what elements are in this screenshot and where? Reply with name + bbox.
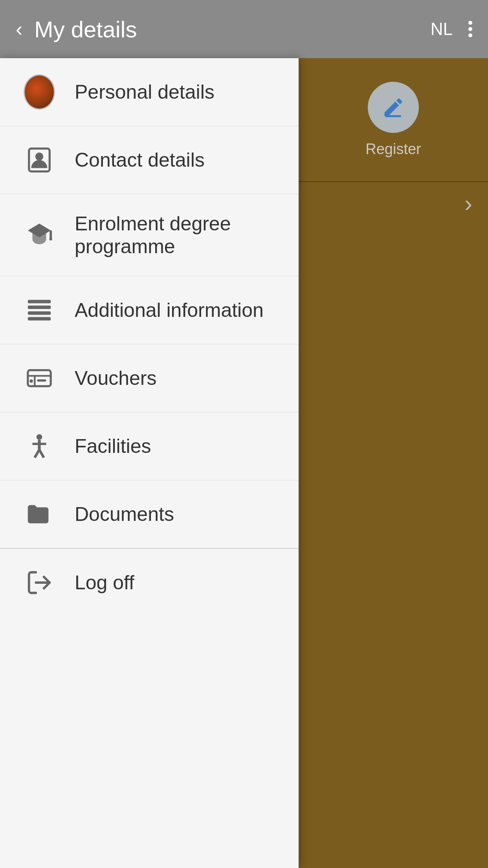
menu-label-vouchers: Vouchers xyxy=(75,367,156,390)
graduation-icon xyxy=(24,219,55,251)
page-title: My details xyxy=(34,16,430,42)
contact-icon xyxy=(24,144,55,176)
language-selector[interactable]: NL xyxy=(431,19,453,39)
svg-rect-8 xyxy=(28,317,51,321)
svg-rect-5 xyxy=(28,300,51,303)
list-icon xyxy=(24,294,55,326)
header-right: NL xyxy=(431,19,472,39)
sidebar-item-personal-details[interactable]: Personal details xyxy=(0,58,299,126)
sidebar-item-documents[interactable]: Documents xyxy=(0,480,299,548)
back-button[interactable]: ‹ xyxy=(16,19,22,39)
sidebar-item-vouchers[interactable]: Vouchers xyxy=(0,344,299,412)
chevron-right-icon[interactable]: › xyxy=(464,190,472,217)
header: ‹ My details NL xyxy=(0,0,488,58)
voucher-icon xyxy=(24,362,55,394)
logout-icon xyxy=(24,567,55,598)
sidebar-item-enrolment-degree-programme[interactable]: Enrolment degree programme xyxy=(0,194,299,276)
menu-label-facilities: Facilities xyxy=(75,435,151,458)
menu-label-documents: Documents xyxy=(75,503,174,526)
menu-label-additional-information: Additional information xyxy=(75,299,264,322)
right-panel-divider xyxy=(299,181,488,182)
svg-rect-7 xyxy=(28,311,51,315)
menu-label-contact-details: Contact details xyxy=(75,149,205,171)
svg-rect-9 xyxy=(28,370,51,386)
dot-icon xyxy=(468,33,472,37)
dot-icon xyxy=(468,27,472,31)
svg-point-4 xyxy=(50,238,52,241)
more-options-button[interactable] xyxy=(468,21,472,37)
avatar xyxy=(24,74,55,110)
sidebar-item-contact-details[interactable]: Contact details xyxy=(0,126,299,194)
svg-rect-12 xyxy=(37,379,46,382)
sidebar-item-additional-information[interactable]: Additional information xyxy=(0,276,299,344)
edit-button[interactable] xyxy=(368,82,419,133)
facilities-icon xyxy=(24,430,55,462)
sidebar-item-log-off[interactable]: Log off xyxy=(0,549,299,616)
svg-point-1 xyxy=(35,153,43,160)
menu-label-log-off: Log off xyxy=(75,571,134,594)
menu-label-enrolment: Enrolment degree programme xyxy=(75,212,275,258)
dot-icon xyxy=(468,21,472,25)
menu-label-personal-details: Personal details xyxy=(75,81,215,103)
svg-line-18 xyxy=(39,450,44,458)
sidebar-item-facilities[interactable]: Facilities xyxy=(0,412,299,480)
folder-icon xyxy=(24,498,55,530)
svg-point-13 xyxy=(29,379,33,383)
menu-list: Personal details Contact details xyxy=(0,58,299,548)
right-panel: Register › xyxy=(299,58,488,868)
register-label: Register xyxy=(365,141,421,158)
svg-rect-6 xyxy=(28,305,51,309)
navigation-drawer: Personal details Contact details xyxy=(0,58,299,868)
person-avatar-icon xyxy=(24,76,55,108)
svg-point-14 xyxy=(37,434,42,440)
